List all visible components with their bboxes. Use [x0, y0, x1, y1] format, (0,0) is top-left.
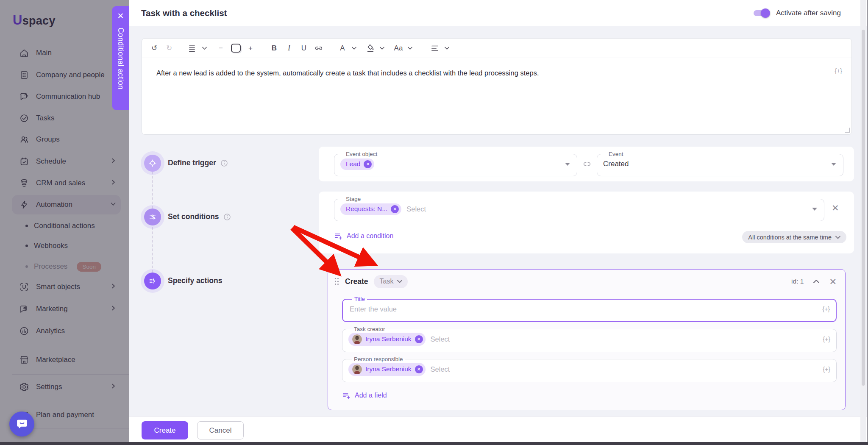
collapse-action-button[interactable] — [813, 278, 820, 285]
action-object-select[interactable]: Task — [374, 275, 408, 288]
chevron-down-icon[interactable] — [352, 47, 358, 50]
close-icon[interactable]: ✕ — [117, 12, 124, 20]
specify-actions-label: Specify actions — [168, 276, 222, 285]
scrollbar-thumb[interactable] — [862, 30, 865, 386]
remove-action-button[interactable]: ✕ — [829, 277, 837, 286]
stage-field[interactable]: Stage Requests: N... ✕ Select — [334, 196, 824, 221]
cancel-button[interactable]: Cancel — [197, 421, 244, 439]
remove-chip-icon[interactable]: ✕ — [391, 205, 399, 213]
link-fields-icon[interactable] — [582, 159, 592, 170]
link-button[interactable] — [313, 42, 324, 55]
add-condition-label: Add a condition — [347, 232, 393, 240]
task-creator-chip: Iryna Serbeniuk ✕ — [348, 333, 426, 346]
chevron-down-icon[interactable] — [202, 47, 208, 50]
undo-button[interactable]: ↺ — [149, 42, 160, 55]
remove-condition-button[interactable]: ✕ — [832, 203, 839, 212]
define-trigger-label: Define trigger — [168, 159, 228, 167]
insert-variable-button[interactable]: {+} — [822, 306, 830, 312]
italic-button[interactable]: I — [284, 42, 295, 55]
title-input[interactable] — [349, 305, 830, 314]
info-icon[interactable] — [223, 213, 231, 221]
modal-body: ↺ ↻ − + B I U A — [129, 26, 867, 417]
font-size-box[interactable] — [230, 42, 241, 55]
chip-label: Iryna Serbeniuk — [365, 365, 412, 373]
font-size-box-icon — [231, 44, 241, 53]
remove-chip-icon[interactable]: ✕ — [415, 335, 423, 343]
person-responsible-chip: Iryna Serbeniuk ✕ — [348, 363, 426, 376]
task-creator-field[interactable]: Task creator Iryna Serbeniuk ✕ Select {+… — [342, 326, 837, 352]
conditions-mode-select[interactable]: All conditions at the same time — [742, 231, 846, 243]
dropdown-arrow-icon[interactable] — [831, 163, 836, 166]
conditions-mode-label: All conditions at the same time — [748, 234, 832, 241]
title-field[interactable]: Title {+} — [342, 296, 837, 322]
event-label: Event — [606, 151, 626, 157]
stage-chip: Requests: N... ✕ — [340, 203, 401, 215]
target-icon — [148, 159, 157, 168]
page-title: Task with a checklist — [141, 0, 227, 26]
person-responsible-field[interactable]: Person responsible Iryna Serbeniuk ✕ Sel… — [342, 356, 837, 382]
action-bolt-icon — [148, 276, 157, 286]
highlight-color-button[interactable] — [365, 42, 376, 55]
modal-scrollbar[interactable] — [860, 0, 866, 442]
trigger-card: Event object Lead ✕ Event Creat — [319, 147, 854, 181]
set-conditions-label: Set conditions — [168, 212, 231, 221]
info-icon[interactable] — [220, 159, 228, 167]
action-card-header: Create Task id: 1 ✕ — [328, 270, 845, 293]
conditional-action-tab[interactable]: ✕ Conditional action — [112, 6, 129, 110]
paint-bucket-icon — [367, 44, 374, 52]
action-type-label: Create — [345, 277, 368, 286]
chat-bubble-icon — [16, 418, 28, 431]
step-label-text: Set conditions — [168, 212, 219, 221]
remove-chip-icon[interactable]: ✕ — [415, 365, 423, 373]
font-color-button[interactable]: A — [337, 42, 348, 55]
chevron-down-icon[interactable] — [445, 47, 451, 50]
event-object-label: Event object — [344, 151, 379, 157]
insert-variable-button[interactable]: {+} — [835, 67, 842, 74]
event-object-field[interactable]: Event object Lead ✕ — [334, 151, 577, 176]
create-button[interactable]: Create — [142, 421, 188, 439]
insert-variable-button[interactable]: {+} — [823, 336, 830, 342]
conditions-card: Stage Requests: N... ✕ Select ✕ Add a co… — [319, 192, 854, 253]
editor-toolbar: ↺ ↻ − + B I U A — [142, 39, 851, 58]
set-conditions-step-icon — [144, 209, 161, 225]
chat-launcher-button[interactable] — [9, 412, 34, 437]
drag-handle[interactable] — [334, 278, 339, 285]
add-field-label: Add a field — [355, 392, 387, 399]
dropdown-arrow-icon[interactable] — [565, 163, 570, 166]
underline-button[interactable]: U — [298, 42, 309, 55]
action-object-label: Task — [379, 278, 393, 285]
chevron-down-icon[interactable] — [380, 47, 386, 50]
dropdown-arrow-icon[interactable] — [812, 208, 817, 211]
add-condition-button[interactable]: Add a condition — [334, 232, 393, 240]
add-field-button[interactable]: Add a field — [342, 391, 387, 400]
playlist-add-icon — [334, 232, 342, 240]
step-label-text: Define trigger — [168, 159, 216, 167]
bold-button[interactable]: B — [269, 42, 280, 55]
event-field[interactable]: Event Created — [597, 151, 843, 176]
insert-variable-button[interactable]: {+} — [823, 366, 830, 373]
task-creator-placeholder: Select — [431, 335, 450, 343]
screen: Uspacy Main Company and people Communica… — [0, 0, 868, 445]
text-case-button[interactable]: Aa — [393, 42, 404, 55]
redo-button[interactable]: ↻ — [164, 42, 175, 55]
decrease-font-button[interactable]: − — [215, 42, 226, 55]
person-responsible-label: Person responsible — [352, 356, 405, 362]
chip-label: Iryna Serbeniuk — [365, 335, 412, 343]
chevron-down-icon[interactable] — [408, 47, 414, 50]
define-trigger-step-icon — [144, 155, 161, 172]
activate-toggle[interactable] — [754, 10, 769, 16]
event-value: Created — [603, 160, 629, 168]
editor-text-area[interactable]: After a new lead is added to the system,… — [142, 58, 851, 77]
remove-chip-icon[interactable]: ✕ — [364, 160, 372, 168]
window-bottom-edge — [0, 442, 868, 445]
sliders-icon — [148, 212, 157, 222]
editor-resize-handle[interactable] — [845, 128, 850, 133]
align-button[interactable] — [430, 42, 441, 55]
increase-font-button[interactable]: + — [245, 42, 256, 55]
avatar — [352, 334, 362, 344]
person-responsible-placeholder: Select — [431, 365, 450, 373]
line-spacing-button[interactable] — [187, 42, 198, 55]
description-editor[interactable]: ↺ ↻ − + B I U A — [142, 38, 852, 135]
conditional-action-modal: ✕ Conditional action Task with a checkli… — [129, 0, 867, 442]
avatar — [352, 364, 362, 374]
